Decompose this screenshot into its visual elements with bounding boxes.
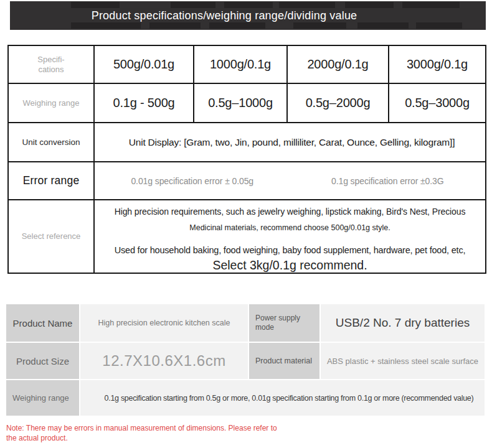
spec-row-specifications: Specifi- cations 500g/0.01g 1000g/0.1g 2… — [8, 45, 486, 83]
info-label-weighing-range: Weighing range — [6, 380, 79, 416]
obscured-text-artifact — [71, 2, 120, 8]
info-label-text: Product Name — [13, 318, 73, 329]
obscured-text-artifact — [402, 2, 460, 8]
measurement-disclaimer-note: Note: There may be errors in manual meas… — [6, 424, 280, 443]
range-value-2000g: 0.5g–2000g — [287, 83, 389, 123]
spec-row-error-range: Error range 0.01g specification error ± … — [8, 162, 486, 200]
product-spec-page: Product specifications/weighing range/di… — [0, 0, 492, 448]
error-value-001g: 0.01g specification error ± 0.05g — [95, 176, 290, 186]
info-value-text: ABS plastic + stainless steel scale surf… — [327, 357, 478, 366]
obscured-text-artifact — [171, 2, 215, 8]
range-value-3000g: 0.5g–3000g — [389, 83, 486, 123]
unit-conversion-value: Unit Display: [Gram, two, Jin, pound, mi… — [94, 123, 486, 162]
row-label-specifications: Specifi- cations — [8, 45, 94, 83]
info-value-power-supply: USB/2 No. 7 dry batteries — [321, 304, 485, 342]
info-value-text: High precision electronic kitchen scale — [98, 319, 230, 327]
spec-value-2000g: 2000g/0.1g — [287, 45, 389, 83]
obscured-text-artifact — [345, 2, 394, 8]
info-label-text: Power supply mode — [255, 314, 305, 332]
title-banner: Product specifications/weighing range/di… — [10, 1, 486, 30]
info-value-text: USB/2 No. 7 dry batteries — [336, 316, 470, 330]
product-info-table: Product Name High precision electronic k… — [6, 304, 485, 416]
error-range-values: 0.01g specification error ± 0.05g 0.1g s… — [94, 162, 486, 200]
spec-row-unit-conversion: Unit conversion Unit Display: [Gram, two… — [8, 123, 486, 162]
info-label-text: Weighing range — [12, 393, 69, 403]
obscured-text-artifact — [293, 22, 346, 29]
error-range-wrap: 0.01g specification error ± 0.05g 0.1g s… — [95, 176, 485, 186]
row-label-select-reference: Select reference — [8, 200, 94, 273]
select-reference-line2: Medicinal materials, recommend choose 50… — [97, 223, 483, 232]
obscured-text-artifact — [224, 2, 273, 8]
info-value-weighing-range: 0.1g specification starting from 0.5g or… — [80, 380, 485, 416]
row-label-weighing-range: Weighing range — [8, 83, 94, 123]
select-reference-value: High precision requirements, such as jew… — [94, 200, 486, 273]
spec-value-1000g: 1000g/0.1g — [194, 45, 287, 83]
info-label-product-size: Product Size — [6, 343, 79, 379]
spec-table: Specifi- cations 500g/0.01g 1000g/0.1g 2… — [7, 45, 486, 274]
row-label-unit-conversion: Unit conversion — [8, 123, 94, 162]
spec-row-weighing-range: Weighing range 0.1g - 500g 0.5g–1000g 0.… — [8, 83, 486, 123]
range-value-500g: 0.1g - 500g — [94, 83, 194, 123]
obscured-text-artifact — [416, 22, 462, 29]
info-label-product-name: Product Name — [6, 304, 79, 342]
error-value-01g: 0.1g specification error ±0.3G — [290, 176, 486, 186]
spec-value-500g: 500g/0.01g — [94, 45, 194, 83]
spec-value-3000g: 3000g/0.1g — [389, 45, 486, 83]
info-label-text: Product Size — [16, 356, 69, 366]
info-value-product-name: High precision electronic kitchen scale — [80, 304, 248, 342]
info-label-power-supply: Power supply mode — [249, 304, 319, 342]
obscured-text-artifact — [209, 22, 265, 29]
info-label-text: Product material — [255, 357, 312, 365]
select-reference-line1: High precision requirements, such as jew… — [97, 207, 483, 217]
row-label-error-range: Error range — [8, 162, 94, 200]
obscured-text-artifact — [71, 22, 141, 29]
info-value-product-size: 12.7X10.6X1.6cm — [80, 343, 248, 379]
obscured-text-artifact — [279, 2, 335, 8]
page-title: Product specifications/weighing range/di… — [92, 9, 357, 22]
spec-row-select-reference: Select reference High precision requirem… — [8, 200, 486, 273]
info-label-material: Product material — [249, 343, 319, 379]
select-reference-line4: Select 3kg/0.1g recommend. — [97, 258, 483, 273]
info-value-text: 0.1g specification starting from 0.5g or… — [105, 394, 474, 403]
range-value-1000g: 0.5g–1000g — [194, 83, 287, 123]
info-value-material: ABS plastic + stainless steel scale surf… — [321, 343, 485, 379]
obscured-text-artifact — [357, 22, 409, 29]
select-reference-line3: Used for household baking, food weighing… — [97, 245, 483, 255]
obscured-text-artifact — [149, 22, 201, 29]
info-value-text: 12.7X10.6X1.6cm — [102, 352, 225, 370]
